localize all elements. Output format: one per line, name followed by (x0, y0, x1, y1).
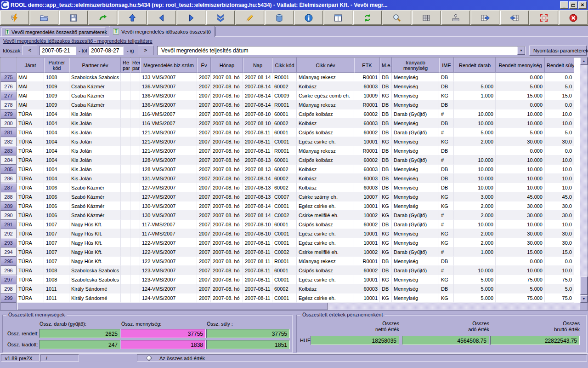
section-heading-link[interactable]: Vevői megrendelés időszakos összesítő - … (3, 38, 153, 44)
table-row[interactable]: 298TÚRA1011Király Sándorné124-VMS/200720… (0, 284, 574, 293)
table-row[interactable]: 277MAI1009Csaba Kázmér136-VMS/2007200720… (0, 91, 574, 100)
row-number[interactable]: 277 (0, 91, 17, 100)
row-number[interactable]: 287 (0, 183, 17, 192)
table-row[interactable]: 289TÚRA1006Szabó Kázmér130-VMS/200720072… (0, 201, 574, 211)
table-row[interactable]: 299TÚRA1011Király Sándorné124-VMS/200720… (0, 293, 574, 303)
layout-button[interactable] (324, 11, 352, 25)
vertical-scrollbar[interactable]: ▲ ▼ (580, 58, 588, 303)
table-row[interactable]: 297TÚRA1008Szabolcska Szabolcs123-VMS/20… (0, 275, 574, 284)
row-number[interactable]: 293 (0, 238, 17, 247)
title-bar[interactable]: ROOL demo::app_teszt::elelmiszerbiztonsa… (0, 0, 588, 10)
column-header[interactable]: IME (439, 58, 454, 73)
tab-1[interactable]: TVevői megrendelés összesítő paraméterek (1, 27, 106, 37)
date-to-input[interactable]: 2007-08-27 (89, 46, 124, 55)
column-header[interactable]: ETK (354, 58, 380, 73)
column-header[interactable]: M.e. (380, 58, 392, 73)
row-number[interactable]: 297 (0, 275, 17, 284)
selection-button[interactable] (530, 11, 558, 25)
column-header[interactable]: Irányadó mennyiség (392, 58, 439, 73)
horizontal-scroll-thumb[interactable] (17, 303, 328, 310)
row-number[interactable]: 299 (0, 293, 17, 303)
edit-button[interactable] (236, 11, 264, 25)
period-prev-button[interactable]: < (23, 46, 37, 55)
row-number[interactable]: 294 (0, 247, 17, 257)
save-button[interactable] (59, 11, 88, 25)
column-header[interactable]: Ren par (130, 58, 140, 73)
row-number[interactable]: 282 (0, 137, 17, 146)
column-header[interactable]: Év (197, 58, 211, 73)
table-row[interactable]: 295TÚRA1007Nagy Hús Kft.122-VMS/20072007… (0, 257, 574, 266)
table-row[interactable]: 296TÚRA1008Szabolcska Szabolcs123-VMS/20… (0, 266, 574, 275)
row-number[interactable]: 275 (0, 73, 17, 82)
export-button[interactable] (471, 11, 499, 25)
column-header[interactable]: Rendelt súly (kg (545, 58, 574, 73)
restore-button[interactable] (569, 1, 577, 9)
table-row[interactable]: 276MAI1009Csaba Kázmér136-VMS/2007200720… (0, 82, 574, 91)
table-row[interactable]: 292TÚRA1007Nagy Hús Kft.117-VMS/20072007… (0, 229, 574, 238)
row-number[interactable]: 286 (0, 174, 17, 183)
row-number[interactable]: 295 (0, 257, 17, 266)
row-number[interactable]: 290 (0, 211, 17, 220)
row-number[interactable]: 285 (0, 165, 17, 174)
chevron-down-icon[interactable]: ▼ (517, 46, 525, 55)
table-row[interactable]: 288TÚRA1006Szabó Kázmér127-VMS/200720072… (0, 192, 574, 201)
table-row[interactable]: 283TÚRA1004Kis Jolán121-VMS/200720072007… (0, 146, 574, 155)
table-row[interactable]: 282TÚRA1004Kis Jolán121-VMS/200720072007… (0, 137, 574, 146)
open-button[interactable] (30, 11, 58, 25)
table-row[interactable]: 278MAI1009Csaba Kázmér136-VMS/2007200720… (0, 100, 574, 109)
table-row[interactable]: 291TÚRA1007Nagy Hús Kft.117-VMS/20072007… (0, 220, 574, 229)
table-row[interactable]: 285TÚRA1004Kis Jolán128-VMS/200720072007… (0, 165, 574, 174)
connect-button[interactable] (0, 11, 29, 25)
last-record-button[interactable] (206, 11, 235, 25)
column-header[interactable]: Cikk név (297, 58, 354, 73)
column-header[interactable]: Járat (17, 58, 44, 73)
minimize-button[interactable]: _ (560, 1, 568, 9)
column-header[interactable]: Hónap (211, 58, 243, 73)
row-number[interactable]: 288 (0, 192, 17, 201)
row-number[interactable]: 296 (0, 266, 17, 275)
column-header[interactable]: Nap (243, 58, 272, 73)
row-number[interactable]: 278 (0, 100, 17, 109)
scroll-down-icon[interactable]: ▼ (580, 295, 588, 303)
undo-button[interactable] (89, 11, 117, 25)
tab-2-active[interactable]: TVevői megrendelés időszakos összesítő (109, 26, 215, 37)
table-row[interactable]: 286TÚRA1004Kis Jolán131-VMS/200720072007… (0, 174, 574, 183)
report-type-combobox[interactable]: Vevői megrendelés teljesítés dátum ▼ (157, 46, 526, 55)
table-row[interactable]: 294TÚRA1007Nagy Hús Kft.122-VMS/20072007… (0, 247, 574, 257)
scroll-up-icon[interactable]: ▲ (580, 58, 588, 65)
prior-record-button[interactable] (147, 11, 176, 25)
print-params-button[interactable]: Nyomtatási paraméterek (529, 46, 587, 56)
exit-button[interactable] (559, 11, 588, 25)
column-header[interactable]: Partner kód (44, 58, 69, 73)
import-button[interactable] (500, 11, 529, 25)
next-record-button[interactable] (177, 11, 205, 25)
table-row[interactable]: 284TÚRA1004Kis Jolán128-VMS/200720072007… (0, 155, 574, 165)
date-from-input[interactable]: 2007-05-21 (40, 46, 76, 55)
close-button[interactable]: ✕ (578, 1, 587, 9)
table-row[interactable]: 281TÚRA1004Kis Jolán121-VMS/200720072007… (0, 128, 574, 137)
horizontal-scrollbar[interactable] (0, 303, 580, 310)
first-record-button[interactable] (118, 11, 147, 25)
table-row[interactable]: 280TÚRA1004Kis Jolán116-VMS/200720072007… (0, 119, 574, 128)
search-button[interactable] (383, 11, 411, 25)
column-header[interactable]: Re par (121, 58, 130, 73)
info-button[interactable] (294, 11, 323, 25)
table-row[interactable]: 287TÚRA1006Szabó Kázmér127-VMS/200720072… (0, 183, 574, 192)
device-button[interactable] (441, 11, 470, 25)
period-next-button[interactable]: > (138, 46, 153, 55)
column-header[interactable]: Rendelt mennyiség (496, 58, 545, 73)
column-header[interactable]: Rendelt darab (454, 58, 496, 73)
row-number[interactable]: 283 (0, 146, 17, 155)
table-row[interactable]: 293TÚRA1007Nagy Hús Kft.122-VMS/20072007… (0, 238, 574, 247)
row-number[interactable]: 281 (0, 128, 17, 137)
vertical-scroll-thumb[interactable] (580, 276, 588, 295)
table-row[interactable]: 275MAI1008Szabolcska Szabolcs133-VMS/200… (0, 73, 574, 82)
row-number[interactable]: 279 (0, 109, 17, 119)
grid-button[interactable] (412, 11, 441, 25)
table-row[interactable]: 279TÚRA1004Kis Jolán116-VMS/200720072007… (0, 109, 574, 119)
column-header[interactable]: Megrendelés biz.szám (140, 58, 197, 73)
column-header[interactable]: Cikk kód (272, 58, 297, 73)
table-row[interactable]: 290TÚRA1006Szabó Kázmér130-VMS/200720072… (0, 211, 574, 220)
row-number[interactable]: 292 (0, 229, 17, 238)
column-header[interactable] (0, 58, 17, 73)
